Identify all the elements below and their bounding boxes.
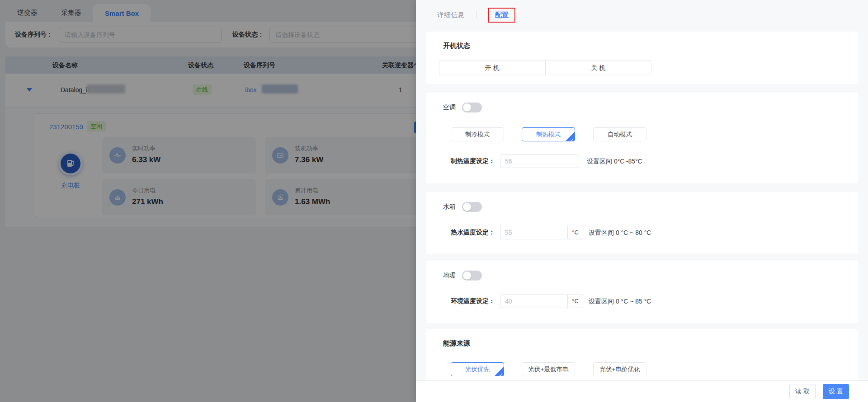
read-button[interactable]: 读 取 [789,384,816,399]
energy-pv-priority-button[interactable]: 光伏优先 [451,362,504,376]
drawer-tabs: 详细信息 配置 [416,0,868,30]
power-off-button[interactable]: 关 机 [545,60,652,75]
energy-source-title: 能源来源 [443,339,470,348]
tab-config[interactable]: 配置 [495,11,509,19]
ac-section: 空调 制冷模式 制热模式 自动模式 制热温度设定： 设置区间 0°C~85°C [426,93,858,183]
energy-source-section: 能源来源 光伏优先 光伏+最低市电 光伏+电价优化 [426,329,858,386]
ac-temp-range: 设置区间 0°C~85°C [587,158,642,166]
ac-label: 空调 [443,103,456,112]
ac-mode-heat-button[interactable]: 制热模式 [522,127,575,141]
floor-temp-input[interactable] [500,294,568,308]
energy-pv-price-opt-button[interactable]: 光伏+电价优化 [593,362,646,376]
modal-dim-overlay[interactable] [0,0,416,402]
floor-temp-label: 环境温度设定： [451,297,495,305]
set-button[interactable]: 设 置 [823,384,849,399]
floor-heating-section: 地暖 环境温度设定： °C 设置区间 0 °C ~ 85 °C [426,261,858,323]
tank-toggle[interactable] [462,202,482,212]
floor-toggle[interactable] [462,271,482,280]
floor-temp-range: 设置区间 0 °C ~ 85 °C [589,298,651,306]
ac-toggle[interactable] [462,103,482,112]
tab-divider [476,11,476,19]
power-state-section: 开机状态 开 机 关 机 [426,32,858,84]
ac-mode-cool-button[interactable]: 制冷模式 [451,127,504,141]
red-annotation-box: 配置 [488,8,515,23]
ac-temp-input[interactable] [500,154,579,168]
power-on-button[interactable]: 开 机 [439,60,545,75]
power-toggle-group: 开 机 关 机 [439,60,651,75]
tank-temp-label: 热水温度设定： [451,229,495,237]
ac-mode-auto-button[interactable]: 自动模式 [593,127,646,141]
tank-temp-input[interactable] [500,226,568,239]
energy-pv-min-grid-button[interactable]: 光伏+最低市电 [522,362,575,376]
energy-option-buttons: 光伏优先 光伏+最低市电 光伏+电价优化 [426,362,858,376]
ac-temp-label: 制热温度设定： [451,157,495,165]
tank-temp-unit: °C [568,226,583,239]
ac-mode-buttons: 制冷模式 制热模式 自动模式 [426,127,858,141]
power-state-title: 开机状态 [443,42,470,50]
config-drawer: 详细信息 配置 开机状态 开 机 关 机 空调 制冷模式 制热模式 自动模式 制… [416,0,868,402]
floor-temp-unit: °C [568,294,583,308]
floor-label: 地暖 [443,271,456,280]
tank-section: 水箱 热水温度设定： °C 设置区间 0 °C ~ 80 °C [426,192,858,254]
drawer-footer: 读 取 设 置 [416,380,868,402]
tank-label: 水箱 [443,203,456,211]
tab-details[interactable]: 详细信息 [437,11,464,19]
tank-temp-range: 设置区间 0 °C ~ 80 °C [589,229,651,237]
